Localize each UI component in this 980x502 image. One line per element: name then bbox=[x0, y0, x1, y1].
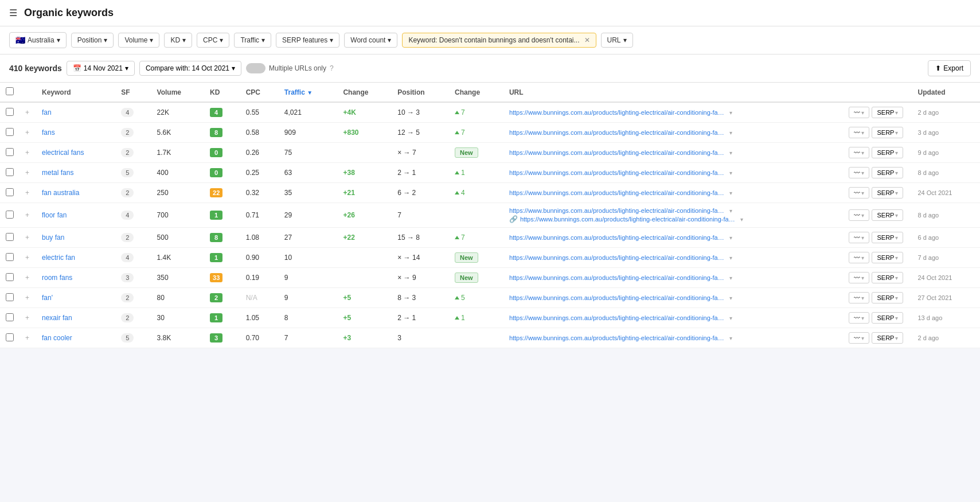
url-link[interactable]: https://www.bunnings.com.au/products/lig… bbox=[509, 189, 727, 196]
url-link[interactable]: https://www.bunnings.com.au/products/lig… bbox=[509, 334, 727, 341]
serp-button[interactable]: SERP ▾ bbox=[872, 312, 903, 324]
keyword-link[interactable]: nexair fan bbox=[42, 314, 72, 322]
select-all-checkbox[interactable] bbox=[6, 87, 14, 95]
expand-row-button[interactable]: + bbox=[25, 334, 29, 342]
url-link[interactable]: https://www.bunnings.com.au/products/lig… bbox=[509, 149, 727, 156]
position-filter[interactable]: Position ▾ bbox=[71, 33, 114, 48]
chart-button[interactable]: 〰 ▾ bbox=[849, 127, 869, 138]
expand-row-button[interactable]: + bbox=[25, 189, 29, 197]
row-checkbox[interactable] bbox=[6, 148, 14, 156]
keyword-link[interactable]: metal fans bbox=[42, 169, 73, 177]
url-link[interactable]: https://www.bunnings.com.au/products/lig… bbox=[509, 314, 727, 321]
serp-button[interactable]: SERP ▾ bbox=[872, 209, 903, 221]
row-checkbox[interactable] bbox=[6, 313, 14, 321]
export-button[interactable]: ⬆ Export bbox=[928, 60, 971, 76]
row-checkbox[interactable] bbox=[6, 253, 14, 261]
expand-row-button[interactable]: + bbox=[25, 234, 29, 242]
kd-filter[interactable]: KD ▾ bbox=[164, 33, 192, 48]
row-checkbox[interactable] bbox=[6, 128, 14, 136]
expand-row-button[interactable]: + bbox=[25, 129, 29, 137]
date-picker[interactable]: 📅 14 Nov 2021 ▾ bbox=[67, 61, 135, 76]
serp-button[interactable]: SERP ▾ bbox=[872, 272, 903, 283]
url-link[interactable]: https://www.bunnings.com.au/products/lig… bbox=[509, 274, 727, 281]
url-chevron-icon: ▾ bbox=[729, 208, 732, 214]
keyword-link[interactable]: electrical fans bbox=[42, 149, 84, 157]
url-link[interactable]: https://www.bunnings.com.au/products/lig… bbox=[509, 109, 727, 116]
country-filter[interactable]: 🇦🇺 Australia ▾ bbox=[9, 32, 67, 48]
chart-button[interactable]: 〰 ▾ bbox=[849, 147, 869, 158]
serp-button[interactable]: SERP ▾ bbox=[872, 167, 903, 178]
expand-row-button[interactable]: + bbox=[25, 294, 29, 302]
col-position[interactable]: Position bbox=[392, 83, 449, 102]
col-volume[interactable]: Volume bbox=[151, 83, 205, 102]
url-link-secondary[interactable]: https://www.bunnings.com.au/products/lig… bbox=[520, 216, 738, 223]
chart-button[interactable]: 〰 ▾ bbox=[849, 187, 869, 199]
expand-row-button[interactable]: + bbox=[25, 274, 29, 282]
keyword-link[interactable]: fan bbox=[42, 108, 52, 116]
chart-button[interactable]: 〰 ▾ bbox=[849, 272, 869, 283]
volume-filter[interactable]: Volume ▾ bbox=[118, 33, 159, 48]
col-cpc[interactable]: CPC bbox=[240, 83, 279, 102]
serp-filter[interactable]: SERP features ▾ bbox=[276, 33, 339, 48]
compare-button[interactable]: Compare with: 14 Oct 2021 ▾ bbox=[139, 61, 241, 76]
row-checkbox[interactable] bbox=[6, 108, 14, 116]
col-kd[interactable]: KD bbox=[204, 83, 240, 102]
col-traffic[interactable]: Traffic ▼ bbox=[279, 83, 338, 102]
url-link[interactable]: https://www.bunnings.com.au/products/lig… bbox=[509, 169, 727, 176]
keyword-link[interactable]: fans bbox=[42, 129, 55, 137]
row-checkbox[interactable] bbox=[6, 188, 14, 196]
url-link[interactable]: https://www.bunnings.com.au/products/lig… bbox=[509, 294, 727, 301]
traffic-filter[interactable]: Traffic ▾ bbox=[234, 33, 271, 48]
row-checkbox[interactable] bbox=[6, 233, 14, 241]
chart-button[interactable]: 〰 ▾ bbox=[849, 232, 869, 243]
keyword-link[interactable]: room fans bbox=[42, 274, 72, 282]
expand-row-button[interactable]: + bbox=[25, 254, 29, 262]
word-count-filter[interactable]: Word count ▾ bbox=[344, 33, 397, 48]
keyword-link[interactable]: electric fan bbox=[42, 254, 75, 262]
url-link[interactable]: https://www.bunnings.com.au/products/lig… bbox=[509, 129, 727, 136]
col-keyword[interactable]: Keyword bbox=[36, 83, 115, 102]
chart-button[interactable]: 〰 ▾ bbox=[849, 252, 869, 263]
serp-button[interactable]: SERP ▾ bbox=[872, 252, 903, 263]
chart-button[interactable]: 〰 ▾ bbox=[849, 107, 869, 118]
serp-button[interactable]: SERP ▾ bbox=[872, 232, 903, 243]
url-filter[interactable]: URL ▾ bbox=[601, 33, 633, 48]
keyword-link[interactable]: fan cooler bbox=[42, 334, 72, 342]
menu-icon[interactable]: ☰ bbox=[9, 7, 17, 18]
row-checkbox[interactable] bbox=[6, 333, 14, 341]
serp-button[interactable]: SERP ▾ bbox=[872, 332, 903, 344]
serp-button[interactable]: SERP ▾ bbox=[872, 127, 903, 138]
expand-row-button[interactable]: + bbox=[25, 314, 29, 322]
row-checkbox[interactable] bbox=[6, 293, 14, 301]
keyword-link[interactable]: fan australia bbox=[42, 189, 79, 197]
keyword-link[interactable]: fan' bbox=[42, 294, 53, 302]
expand-row-button[interactable]: + bbox=[25, 149, 29, 157]
chart-button[interactable]: 〰 ▾ bbox=[849, 332, 869, 344]
chart-button[interactable]: 〰 ▾ bbox=[849, 312, 869, 324]
col-sf[interactable]: SF bbox=[115, 83, 151, 102]
serp-button[interactable]: SERP ▾ bbox=[872, 187, 903, 199]
cpc-filter[interactable]: CPC ▾ bbox=[197, 33, 229, 48]
url-link[interactable]: https://www.bunnings.com.au/products/lig… bbox=[509, 234, 727, 241]
row-checkbox[interactable] bbox=[6, 273, 14, 281]
keyword-link[interactable]: buy fan bbox=[42, 234, 64, 242]
serp-button[interactable]: SERP ▾ bbox=[872, 147, 903, 158]
url-link[interactable]: https://www.bunnings.com.au/products/lig… bbox=[509, 207, 727, 214]
url-chevron-icon: ▾ bbox=[729, 190, 732, 196]
keyword-link[interactable]: floor fan bbox=[42, 211, 67, 219]
row-checkbox[interactable] bbox=[6, 211, 14, 219]
serp-button[interactable]: SERP ▾ bbox=[872, 107, 903, 118]
chart-button[interactable]: 〰 ▾ bbox=[849, 209, 869, 221]
url-link[interactable]: https://www.bunnings.com.au/products/lig… bbox=[509, 254, 727, 261]
url-cell: https://www.bunnings.com.au/products/lig… bbox=[509, 314, 838, 321]
row-checkbox[interactable] bbox=[6, 168, 14, 176]
expand-row-button[interactable]: + bbox=[25, 211, 29, 219]
help-icon[interactable]: ? bbox=[330, 64, 334, 72]
chart-button[interactable]: 〰 ▾ bbox=[849, 167, 869, 178]
serp-button[interactable]: SERP ▾ bbox=[872, 292, 903, 303]
close-filter-icon[interactable]: ✕ bbox=[584, 36, 590, 44]
expand-row-button[interactable]: + bbox=[25, 169, 29, 177]
chart-button[interactable]: 〰 ▾ bbox=[849, 292, 869, 303]
multiple-urls-toggle[interactable] bbox=[246, 63, 266, 73]
expand-row-button[interactable]: + bbox=[25, 108, 29, 116]
